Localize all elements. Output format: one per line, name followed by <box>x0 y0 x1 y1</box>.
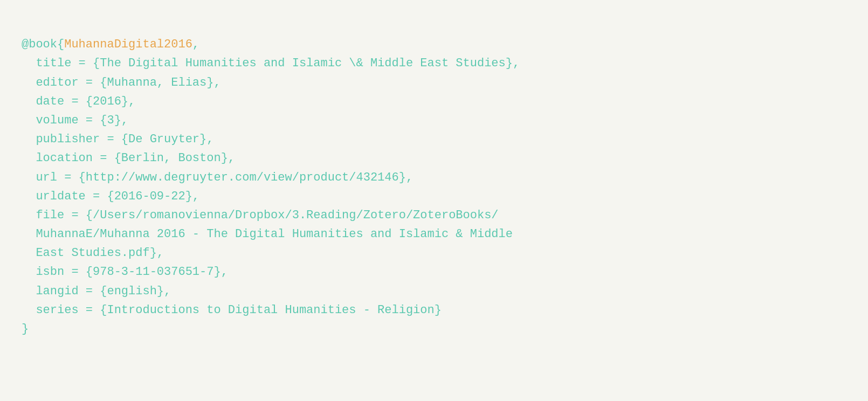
entry-type: @book <box>22 38 57 51</box>
entry-key: MuhannaDigital2016 <box>64 38 192 51</box>
bibtex-code-block: @book{MuhannaDigital2016, title = {The D… <box>22 16 846 338</box>
